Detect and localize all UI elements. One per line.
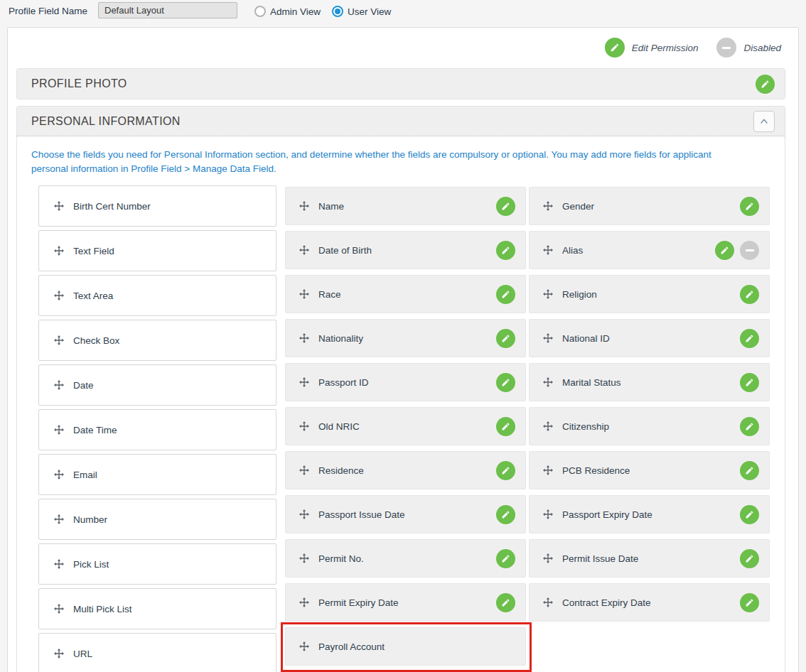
move-icon[interactable] [542,465,554,476]
field-columns: Birth Cert Number Text Field Text Area C… [38,185,770,672]
selected-field-card[interactable]: Old NRIC [285,407,526,445]
move-icon[interactable] [53,558,65,570]
move-icon[interactable] [542,288,554,300]
selected-field-card[interactable]: Date of Birth [285,231,526,269]
move-icon[interactable] [542,376,554,388]
selected-field-card[interactable]: Nationality [285,319,526,357]
selected-field-card[interactable]: National ID [529,319,770,357]
move-icon[interactable] [53,648,65,659]
edit-permission-icon[interactable] [740,549,759,568]
edit-permission-icon[interactable] [740,285,759,304]
selected-field-card[interactable]: PCB Residence [529,451,770,489]
move-icon[interactable] [53,290,65,301]
available-field-card[interactable]: Text Area [38,275,276,316]
selected-fields-column-1: Name Date of Birth Race Nationality [285,185,526,671]
radio-admin-view[interactable]: Admin View [254,6,321,17]
edit-permission-icon[interactable] [496,285,515,304]
radio-user-view[interactable]: User View [332,6,391,17]
move-icon[interactable] [53,603,65,614]
move-icon[interactable] [299,641,310,652]
move-icon[interactable] [542,597,554,608]
move-icon[interactable] [53,469,65,480]
field-label: Birth Cert Number [73,201,267,212]
profile-photo-edit-icon[interactable] [756,75,775,94]
selected-field-card[interactable]: Passport Expiry Date [529,495,770,533]
selected-field-card[interactable]: Permit No. [285,539,526,578]
edit-permission-icon[interactable] [740,593,759,612]
move-icon[interactable] [299,332,310,344]
radio-circle[interactable] [254,6,266,17]
edit-permission-icon[interactable] [496,417,515,436]
personal-information-title: PERSONAL INFORMATION [31,115,753,128]
move-icon[interactable] [53,335,65,346]
selected-field-card[interactable]: Alias [529,231,770,269]
selected-field-card[interactable]: Citizenship [529,407,770,445]
selected-field-card[interactable]: Race [285,275,526,313]
available-field-card[interactable]: Birth Cert Number [38,185,276,227]
selected-field-card[interactable]: Passport Issue Date [285,495,526,533]
edit-permission-icon[interactable] [715,241,734,260]
available-field-card[interactable]: Check Box [38,320,276,361]
edit-permission-icon[interactable] [740,505,759,524]
edit-permission-icon[interactable] [496,329,515,348]
selected-field-card[interactable]: Gender [529,187,770,225]
move-icon[interactable] [53,245,65,256]
available-field-card[interactable]: Date [38,364,276,406]
available-field-card[interactable]: Date Time [38,409,276,450]
selected-field-card[interactable]: Passport ID [285,363,526,401]
move-icon[interactable] [542,200,554,212]
selected-field-card[interactable]: Name [285,187,526,225]
edit-permission-icon[interactable] [496,549,515,568]
move-icon[interactable] [299,465,310,476]
selected-field-card[interactable]: Permit Expiry Date [285,583,526,622]
available-field-card[interactable]: Text Field [38,230,276,271]
edit-permission-icon[interactable] [740,417,759,436]
edit-permission-icon[interactable] [496,373,515,392]
disabled-icon[interactable] [740,241,759,260]
collapse-section-button[interactable] [753,111,775,132]
field-actions [496,505,515,524]
move-icon[interactable] [299,421,310,432]
available-field-card[interactable]: Number [38,499,276,540]
edit-permission-icon[interactable] [496,241,515,260]
move-icon[interactable] [53,379,65,391]
move-icon[interactable] [299,509,310,520]
available-field-card[interactable]: Email [38,454,276,495]
selected-field-card[interactable]: Contract Expiry Date [529,583,770,622]
selected-field-card[interactable]: Payroll Account [285,627,526,666]
edit-permission-icon[interactable] [740,329,759,348]
move-icon[interactable] [542,509,554,520]
edit-permission-icon[interactable] [496,461,515,480]
selected-field-card[interactable]: Marital Status [529,363,770,401]
move-icon[interactable] [53,200,65,212]
move-icon[interactable] [542,421,554,432]
move-icon[interactable] [299,244,310,256]
edit-permission-icon[interactable] [496,593,515,612]
selected-field-card[interactable]: Residence [285,451,526,489]
edit-permission-icon[interactable] [740,461,759,480]
move-icon[interactable] [299,200,310,212]
field-label: Alias [562,245,715,256]
profile-field-name-input[interactable] [98,2,237,18]
move-icon[interactable] [299,376,310,388]
legend: Edit Permission Disabled [8,28,798,68]
edit-permission-icon[interactable] [740,197,759,216]
personal-information-body: Choose the fields you need for Personal … [17,136,785,672]
edit-permission-icon[interactable] [740,373,759,392]
available-field-card[interactable]: URL [38,633,276,672]
edit-permission-icon[interactable] [496,197,515,216]
move-icon[interactable] [542,244,554,256]
move-icon[interactable] [299,597,310,608]
available-field-card[interactable]: Pick List [38,543,276,585]
radio-circle[interactable] [332,6,343,17]
move-icon[interactable] [53,514,65,525]
edit-permission-icon[interactable] [496,505,515,524]
move-icon[interactable] [542,553,554,564]
move-icon[interactable] [53,424,65,435]
selected-field-card[interactable]: Religion [529,275,770,313]
move-icon[interactable] [299,553,310,564]
move-icon[interactable] [299,288,310,300]
move-icon[interactable] [542,332,554,344]
available-field-card[interactable]: Multi Pick List [38,588,276,629]
selected-field-card[interactable]: Permit Issue Date [529,539,770,578]
